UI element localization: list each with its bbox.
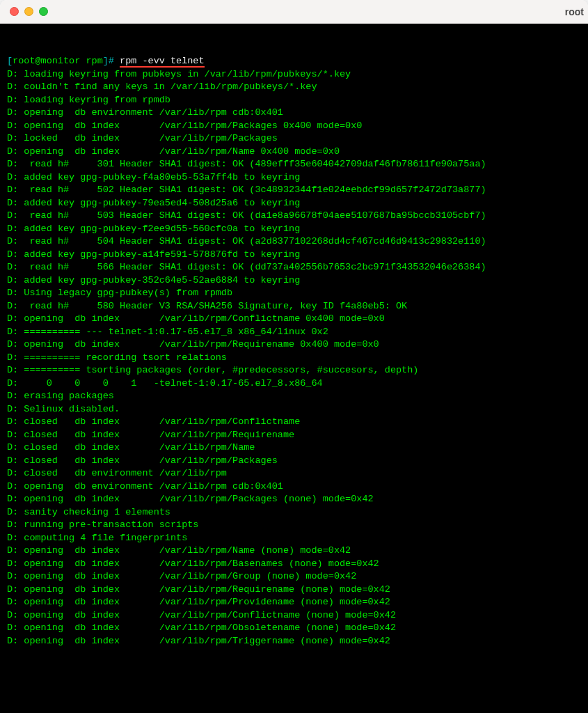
output-line: D: opening db index /var/lib/rpm/Require… xyxy=(7,338,581,352)
output-line: D: erasing packages xyxy=(7,390,581,403)
output-line: D: 0 0 0 1 -telnet-1:0.17-65.el7_8.x86_6… xyxy=(7,377,581,391)
output-line: D: loading keyring from rpmdb xyxy=(7,94,581,107)
window-title: root xyxy=(565,6,584,17)
traffic-lights xyxy=(10,7,48,16)
terminal-body[interactable]: [root@monitor rpm]# rpm -evv telnetD: lo… xyxy=(0,24,588,713)
window-titlebar[interactable]: root xyxy=(0,0,588,24)
output-line: D: ========== --- telnet-1:0.17-65.el7_8… xyxy=(7,326,581,339)
output-line: D: sanity checking 1 elements xyxy=(7,506,581,519)
close-icon[interactable] xyxy=(10,7,19,16)
output-line: D: added key gpg-pubkey-a14fe591-578876f… xyxy=(7,249,581,262)
output-line: D: added key gpg-pubkey-f4a80eb5-53a7ff4… xyxy=(7,171,581,185)
output-line: D: opening db index /var/lib/rpm/Obsolet… xyxy=(7,622,581,635)
maximize-icon[interactable] xyxy=(39,7,48,16)
output-line: D: read h# 301 Header SHA1 digest: OK (4… xyxy=(7,158,581,171)
output-line: D: opening db environment /var/lib/rpm c… xyxy=(7,107,581,120)
output-line: D: opening db index /var/lib/rpm/Basenam… xyxy=(7,558,581,571)
prompt-user-host: root@monitor rpm xyxy=(13,56,103,66)
output-line: D: opening db environment /var/lib/rpm c… xyxy=(7,480,581,494)
output-line: D: closed db environment /var/lib/rpm xyxy=(7,467,581,480)
output-line: D: added key gpg-pubkey-f2ee9d55-560cfc0… xyxy=(7,223,581,236)
output-line: D: closed db index /var/lib/rpm/Packages xyxy=(7,455,581,468)
output-line: D: opening db index /var/lib/rpm/Package… xyxy=(7,120,581,133)
output-line: D: computing 4 file fingerprints xyxy=(7,532,581,545)
output-line: D: closed db index /var/lib/rpm/Name xyxy=(7,441,581,455)
prompt-line: [root@monitor rpm]# rpm -evv telnet xyxy=(7,55,581,68)
output-line: D: couldn't find any keys in /var/lib/rp… xyxy=(7,81,581,94)
output-line: D: read h# 504 Header SHA1 digest: OK (a… xyxy=(7,235,581,249)
output-line: D: read h# 502 Header SHA1 digest: OK (3… xyxy=(7,184,581,197)
output-line: D: locked db index /var/lib/rpm/Packages xyxy=(7,132,581,146)
prompt-bracket-open: [ xyxy=(7,56,13,66)
output-line: D: Using legacy gpg-pubkey(s) from rpmdb xyxy=(7,287,581,300)
output-line: D: read h# 503 Header SHA1 digest: OK (d… xyxy=(7,210,581,223)
output-line: D: opening db index /var/lib/rpm/Conflic… xyxy=(7,313,581,326)
prompt-bracket-close: ]# xyxy=(103,56,120,66)
output-line: D: opening db index /var/lib/rpm/Package… xyxy=(7,493,581,506)
output-line: D: opening db index /var/lib/rpm/Conflic… xyxy=(7,609,581,622)
minimize-icon[interactable] xyxy=(24,7,33,16)
output-line: D: opening db index /var/lib/rpm/Require… xyxy=(7,583,581,597)
output-line: D: running pre-transaction scripts xyxy=(7,519,581,532)
output-line: D: added key gpg-pubkey-79ea5ed4-508d25a… xyxy=(7,197,581,210)
output-line: D: added key gpg-pubkey-352c64e5-52ae688… xyxy=(7,274,581,288)
output-line: D: opening db index /var/lib/rpm/Name (n… xyxy=(7,544,581,558)
output-line: D: opening db index /var/lib/rpm/Provide… xyxy=(7,596,581,609)
output-line: D: ========== tsorting packages (order, … xyxy=(7,364,581,377)
output-line: D: ========== recording tsort relations xyxy=(7,352,581,365)
output-line: D: read h# 580 Header V3 RSA/SHA256 Sign… xyxy=(7,300,581,313)
terminal-window: root [root@monitor rpm]# rpm -evv telnet… xyxy=(0,0,588,713)
output-line: D: opening db index /var/lib/rpm/Group (… xyxy=(7,570,581,583)
command-text: rpm -evv telnet xyxy=(120,56,205,68)
output-line: D: opening db index /var/lib/rpm/Name 0x… xyxy=(7,146,581,159)
output-line: D: opening db index /var/lib/rpm/Trigger… xyxy=(7,635,581,648)
output-line: D: read h# 566 Header SHA1 digest: OK (d… xyxy=(7,261,581,274)
output-line: D: closed db index /var/lib/rpm/Requiren… xyxy=(7,429,581,442)
terminal-output: D: loading keyring from pubkeys in /var/… xyxy=(7,68,581,648)
output-line: D: closed db index /var/lib/rpm/Conflict… xyxy=(7,416,581,429)
output-line: D: Selinux disabled. xyxy=(7,403,581,416)
output-line: D: loading keyring from pubkeys in /var/… xyxy=(7,68,581,81)
